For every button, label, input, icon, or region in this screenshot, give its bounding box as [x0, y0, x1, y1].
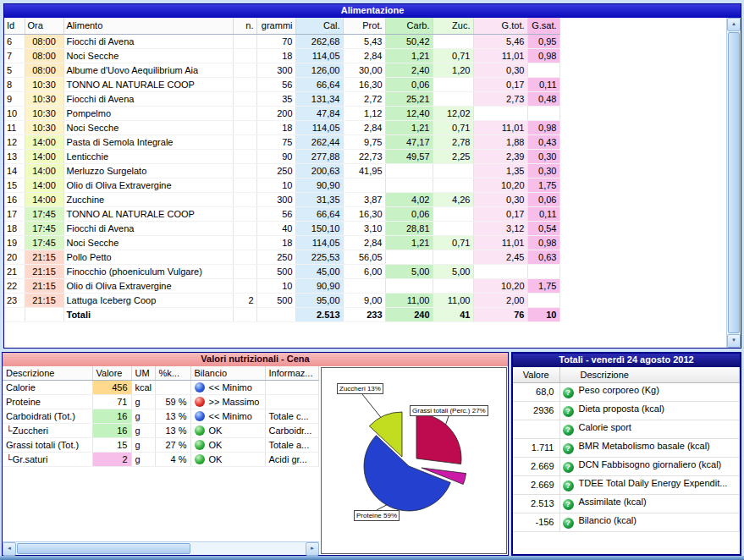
food-row[interactable]: 1010:30Pompelmo20047,841,1212,4012,02 — [4, 106, 726, 120]
vertical-scroll-thumb[interactable] — [728, 32, 740, 333]
nutrition-column-header-val[interactable]: Valore — [92, 366, 131, 380]
totali-row[interactable]: 2.513?Assimilate (kcal) — [513, 494, 740, 513]
column-header-prot[interactable]: Prot. — [343, 18, 385, 34]
food-cell-n — [233, 77, 256, 91]
food-cell-filler — [559, 63, 726, 77]
food-row[interactable]: 2021:15Pollo Petto250225,5356,052,450,63 — [4, 250, 726, 264]
nutrition-row[interactable]: Calorie456kcal<< Minimo — [3, 380, 319, 394]
column-header-n[interactable]: n. — [233, 18, 256, 34]
food-cell-prot: 16,30 — [343, 206, 385, 221]
food-row[interactable]: 910:30Fiocchi di Avena35131,342,7225,212… — [4, 91, 726, 106]
food-row[interactable]: 1514:00Olio di Oliva Extravergine1090,90… — [4, 178, 726, 192]
nutrition-row[interactable]: Carboidrati (Tot.)16g13 %<< MinimoTotale… — [3, 409, 319, 423]
column-header-alimento[interactable]: Alimento — [63, 18, 233, 34]
food-row[interactable]: 1717:45TONNO AL NATURALE COOP5666,6416,3… — [4, 206, 726, 221]
food-cell-gtot: 1,88 — [473, 135, 527, 149]
food-row[interactable]: 1110:30Noci Secche18114,052,841,210,7111… — [4, 120, 726, 135]
nutrition-column-header-pct[interactable]: %k... — [155, 366, 190, 380]
totali-row[interactable]: ?Calorie sport — [513, 420, 740, 438]
food-row[interactable]: 1917:45Noci Secche18114,052,841,210,7111… — [4, 235, 726, 250]
column-header-cal[interactable]: Cal. — [295, 18, 343, 34]
nutrition-row[interactable]: └Zuccheri16g13 %OKCarboidr... — [3, 423, 319, 437]
help-icon[interactable]: ? — [563, 499, 574, 510]
food-cell-gtot: 0,30 — [473, 63, 527, 77]
totals-cell-gtot: 76 — [473, 307, 527, 321]
food-cell-carb: 1,21 — [385, 48, 433, 63]
column-header-id[interactable]: Id — [4, 18, 25, 34]
totali-cell-descrizione: ?Dieta proposta (kcal) — [559, 401, 740, 420]
totali-column-header-valore[interactable]: Valore — [513, 367, 559, 382]
help-icon[interactable]: ? — [563, 425, 574, 436]
food-cell-carb: 1,21 — [385, 235, 433, 250]
food-cell-filler — [559, 77, 726, 91]
totali-cell-valore: 2.669 — [513, 457, 559, 475]
nutrition-column-header-info[interactable]: Informaz... — [265, 366, 319, 380]
totali-row[interactable]: 2.669?TDEE Total Daily Energy Expendit..… — [513, 475, 740, 494]
nutrition-cell-um: g — [131, 423, 155, 437]
food-row[interactable]: 1314:00Lenticchie90277,8822,7349,572,252… — [4, 149, 726, 163]
totali-column-header-descrizione[interactable]: Descrizione — [559, 367, 740, 382]
food-cell-filler — [559, 235, 726, 250]
help-icon[interactable]: ? — [563, 518, 574, 529]
help-icon[interactable]: ? — [563, 406, 574, 417]
food-row[interactable]: 810:30TONNO AL NATURALE COOP5666,6416,30… — [4, 77, 726, 91]
food-row[interactable]: 2121:15Finocchio (phoeniculum Vulgare)50… — [4, 264, 726, 278]
help-icon[interactable]: ? — [563, 443, 574, 454]
column-header-carb[interactable]: Carb. — [385, 18, 433, 34]
totali-row[interactable]: 1.711?BMR Metabolismo basale (kcal) — [513, 438, 740, 457]
nutrition-row[interactable]: └Gr.saturi2g4 %OKAcidi gr... — [3, 452, 319, 466]
totali-row[interactable]: 68,0?Peso corporeo (Kg) — [513, 382, 740, 401]
totali-desc-text: DCN Fabbisogno giornaliero (kcal) — [579, 459, 722, 469]
help-icon[interactable]: ? — [563, 462, 574, 473]
nutrition-column-header-um[interactable]: UM — [131, 366, 155, 380]
column-header-gtot[interactable]: G.tot. — [473, 18, 527, 34]
food-cell-filler — [559, 91, 726, 106]
nutrition-column-header-bil[interactable]: Bilancio — [190, 366, 265, 380]
food-cell-prot: 3,10 — [343, 221, 385, 235]
food-cell-gtot: 11,01 — [473, 48, 527, 63]
nutrition-horizontal-scrollbar[interactable]: ◄ ► — [3, 541, 319, 555]
scroll-up-button[interactable]: ▲ — [727, 18, 741, 31]
help-icon[interactable]: ? — [563, 480, 574, 491]
nutrition-row[interactable]: Grassi totali (Tot.)15g27 %OKTotale a... — [3, 437, 319, 452]
food-row[interactable]: 1414:00Merluzzo Surgelato250200,6341,951… — [4, 163, 726, 178]
column-header-grammi[interactable]: grammi — [256, 18, 295, 34]
food-row[interactable]: 2321:15Lattuga Iceberg Coop250095,009,00… — [4, 293, 726, 307]
column-header-gsat[interactable]: G.sat. — [527, 18, 559, 34]
scroll-left-button[interactable]: ◄ — [3, 542, 16, 556]
food-cell-zuc: 2,78 — [433, 135, 473, 149]
totali-cell-descrizione: ?DCN Fabbisogno giornaliero (kcal) — [559, 457, 740, 475]
food-cell-ora: 14:00 — [25, 135, 63, 149]
totali-row[interactable]: 2.669?DCN Fabbisogno giornaliero (kcal) — [513, 457, 740, 475]
food-cell-grammi: 250 — [256, 250, 295, 264]
nutrition-row[interactable]: Proteine71g59 %>> Massimo — [3, 394, 319, 409]
food-cell-id: 9 — [4, 91, 25, 106]
food-row[interactable]: 608:00Fiocchi di Avena70262,685,4350,425… — [4, 34, 726, 48]
food-cell-zuc: 11,00 — [433, 293, 473, 307]
food-cell-grammi: 250 — [256, 163, 295, 178]
food-cell-ora: 10:30 — [25, 106, 63, 120]
food-cell-id: 11 — [4, 120, 25, 135]
nutrition-column-header-desc[interactable]: Descrizione — [3, 366, 92, 380]
totali-row[interactable]: -156?Bilancio (kcal) — [513, 513, 740, 531]
bilancio-text: OK — [209, 440, 223, 450]
column-header-ora[interactable]: Ora — [25, 18, 63, 34]
food-row[interactable]: 1614:00Zucchine30031,353,874,024,260,300… — [4, 192, 726, 206]
food-row[interactable]: 2221:15Olio di Oliva Extravergine1090,90… — [4, 278, 726, 293]
scroll-down-button[interactable]: ▼ — [727, 334, 741, 348]
food-row[interactable]: 708:00Noci Secche18114,052,841,210,7111,… — [4, 48, 726, 63]
totali-row[interactable]: 2936?Dieta proposta (kcal) — [513, 401, 740, 420]
column-header-zuc[interactable]: Zuc. — [433, 18, 473, 34]
food-table-vertical-scrollbar[interactable]: ▲ ▼ — [726, 18, 741, 348]
food-cell-ora: 10:30 — [25, 91, 63, 106]
food-cell-grammi: 500 — [256, 293, 295, 307]
scroll-right-button[interactable]: ► — [306, 542, 319, 556]
nutrition-cell-valore: 16 — [92, 409, 131, 423]
food-row[interactable]: 508:00Albume d'Uovo Aequilibrium Aia3001… — [4, 63, 726, 77]
food-row[interactable]: 1214:00Pasta di Semola Integrale75262,44… — [4, 135, 726, 149]
nutrition-cell-valore: 15 — [92, 437, 131, 452]
horizontal-scroll-thumb[interactable] — [17, 543, 190, 554]
help-icon[interactable]: ? — [563, 387, 574, 398]
food-row[interactable]: 1817:45Fiocchi di Avena40150,103,1028,81… — [4, 221, 726, 235]
food-cell-filler — [559, 206, 726, 221]
